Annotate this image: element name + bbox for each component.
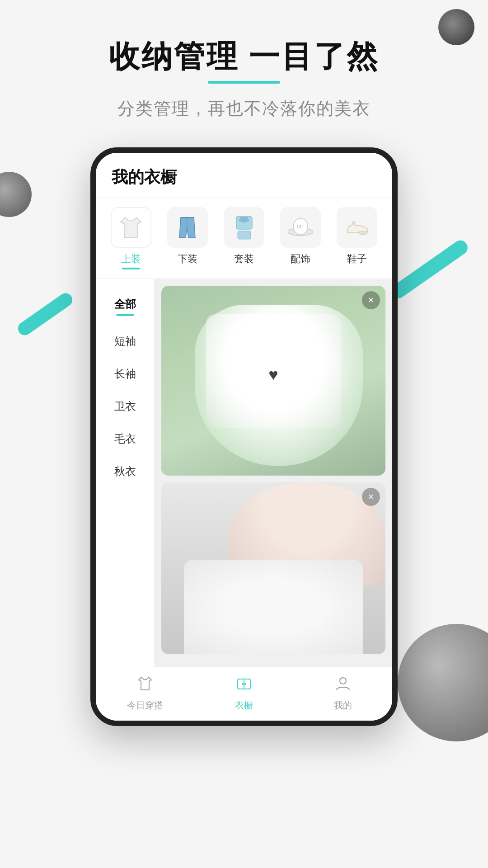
main-content: 全部 短袖 长袖 卫衣 毛衣 秋衣 [96, 279, 392, 667]
card-close-button-1[interactable]: × [362, 291, 380, 309]
pants-icon [173, 213, 202, 242]
main-title: 收纳管理 一目了然 [0, 36, 488, 84]
svg-point-11 [244, 683, 246, 685]
user-icon [334, 675, 352, 693]
category-icon-box-shangzhuang [111, 207, 151, 248]
outfit-icon [136, 675, 154, 693]
category-icon-box-peishi: Ch [280, 207, 321, 248]
nav-label-profile: 我的 [334, 699, 352, 712]
header-area: 收纳管理 一目了然 分类管理，再也不冷落你的美衣 [0, 0, 488, 120]
clothing-card-1: ♥ × [161, 286, 385, 476]
sidebar-item-maoyi[interactable]: 毛衣 [96, 423, 154, 455]
active-underline [122, 268, 140, 269]
clothing-card-2: × [161, 482, 385, 654]
suit-icon [230, 213, 259, 242]
sidebar-item-weiyi[interactable]: 卫衣 [96, 390, 154, 423]
clothing-image-2 [161, 482, 385, 654]
category-label-taozhuang: 套装 [234, 252, 254, 266]
sidebar-item-quanbu[interactable]: 全部 [96, 288, 154, 325]
category-item-shangzhuang[interactable]: 上装 [105, 207, 157, 269]
phone-inner: 我的衣橱 上装 [96, 153, 392, 721]
nav-label-wardrobe: 衣橱 [235, 699, 253, 712]
category-icon-box-taozhuang [224, 207, 264, 248]
phone-top-title: 我的衣橱 [112, 166, 376, 189]
phone-mockup: 我的衣橱 上装 [90, 147, 398, 726]
category-label-xiazhuang: 下装 [178, 252, 197, 266]
category-item-peishi[interactable]: Ch 配饰 [275, 207, 327, 269]
category-row: 上装 下装 [96, 198, 392, 279]
svg-point-12 [340, 678, 346, 684]
shirt-nav-icon [136, 675, 154, 697]
phone-container: 我的衣橱 上装 [0, 147, 488, 726]
category-icon-box-xiezi [337, 207, 377, 248]
category-item-taozhuang[interactable]: 套装 [218, 207, 270, 269]
sub-title: 分类管理，再也不冷落你的美衣 [0, 97, 488, 120]
category-label-xiezi: 鞋子 [347, 252, 367, 266]
category-item-xiazhuang[interactable]: 下装 [161, 207, 213, 269]
right-content: ♥ × [155, 279, 392, 667]
category-icon-box-xiazhuang [167, 207, 208, 248]
user-nav-icon [334, 675, 352, 697]
sidebar-item-duanxiu[interactable]: 短袖 [96, 325, 154, 358]
shirt-icon [116, 213, 145, 242]
bottom-nav: 今日穿搭 衣橱 [96, 667, 392, 721]
nav-item-profile[interactable]: 我的 [293, 675, 392, 712]
nav-item-outfit[interactable]: 今日穿搭 [96, 675, 195, 712]
svg-text:Ch: Ch [297, 224, 303, 229]
category-label-peishi: 配饰 [291, 252, 310, 266]
title-underline [208, 81, 280, 84]
left-sidebar: 全部 短袖 长袖 卫衣 毛衣 秋衣 [96, 279, 155, 667]
shoe-icon [343, 213, 372, 242]
nav-label-outfit: 今日穿搭 [127, 699, 163, 712]
svg-rect-3 [238, 231, 251, 239]
svg-point-10 [242, 683, 244, 685]
phone-top-bar: 我的衣橱 [96, 153, 392, 198]
sidebar-item-changxiu[interactable]: 长袖 [96, 358, 154, 390]
wardrobe-nav-icon [235, 675, 253, 697]
hat-icon: Ch [286, 213, 315, 242]
card-close-button-2[interactable]: × [362, 488, 380, 506]
clothing-image-1: ♥ [161, 286, 385, 476]
svg-point-7 [358, 231, 367, 235]
sidebar-item-qiuyi[interactable]: 秋衣 [96, 455, 154, 488]
nav-item-wardrobe[interactable]: 衣橱 [195, 675, 294, 712]
category-item-xiezi[interactable]: 鞋子 [331, 207, 383, 269]
wardrobe-icon [235, 675, 253, 693]
category-label-shangzhuang: 上装 [121, 252, 141, 266]
